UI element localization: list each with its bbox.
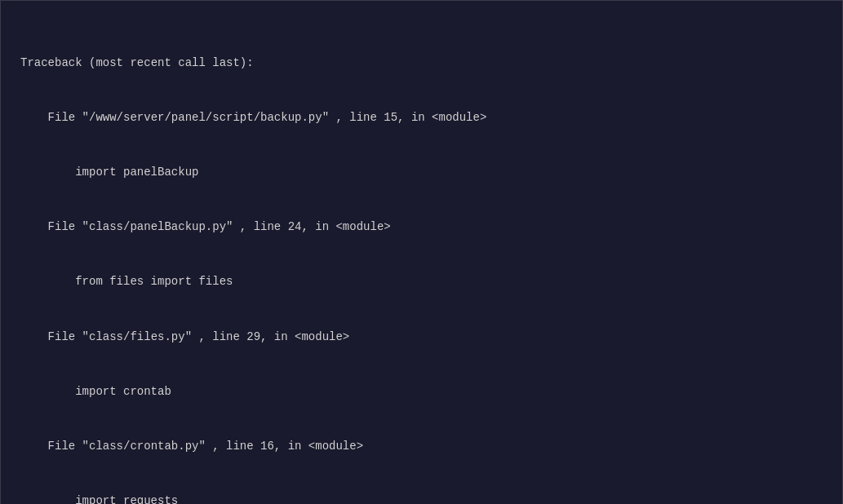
traceback-line-6: File "class/files.py" , line 29, in <mod… <box>20 328 823 346</box>
traceback-line-4: File "class/panelBackup.py" , line 24, i… <box>20 218 823 236</box>
traceback-line-5: from files import files <box>20 272 823 290</box>
traceback-output: Traceback (most recent call last): File … <box>20 17 823 504</box>
traceback-line-9: import requests <box>20 492 823 504</box>
traceback-line-2: File "/www/server/panel/script/backup.py… <box>20 108 823 126</box>
traceback-line-8: File "class/crontab.py" , line 16, in <m… <box>20 437 823 455</box>
traceback-line-7: import crontab <box>20 382 823 400</box>
terminal-window: Traceback (most recent call last): File … <box>0 0 843 504</box>
traceback-line-3: import panelBackup <box>20 163 823 181</box>
traceback-line-1: Traceback (most recent call last): <box>20 54 823 72</box>
